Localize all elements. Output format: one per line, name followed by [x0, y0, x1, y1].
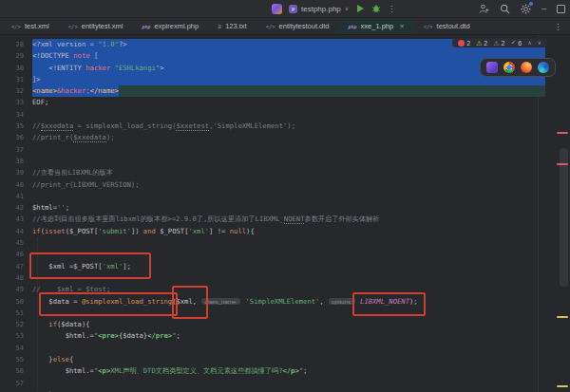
scrollbar-thumb[interactable]	[560, 148, 568, 287]
line-number[interactable]: 52	[0, 319, 32, 330]
code-with-me-icon[interactable]	[479, 4, 489, 14]
code-line[interactable]: 33EOF;	[0, 97, 570, 108]
debug-button[interactable]	[371, 4, 381, 13]
line-number[interactable]: 30	[0, 63, 32, 74]
code-editor[interactable]: 28<?xml version = "1.0"?>29<!DOCTYPE not…	[0, 35, 570, 392]
line-number[interactable]: 38	[0, 156, 32, 167]
line-number[interactable]: 42	[0, 202, 32, 214]
settings-icon[interactable]	[521, 4, 531, 14]
typo-icon: ✓	[510, 39, 516, 47]
code-line[interactable]: 40//print_r(LIBXML_VERSION);	[0, 179, 570, 191]
line-number[interactable]: 44	[0, 226, 32, 237]
builtin-browser-icon[interactable]	[486, 62, 498, 73]
code-line[interactable]: 54	[0, 343, 570, 354]
error-stripe[interactable]	[555, 35, 570, 392]
inspection-widget: 2 ⚠2 ⚠2 ✓6 ∧ ∨	[452, 38, 547, 47]
minimize-button[interactable]: –	[542, 5, 546, 13]
tab-xxe_1.php[interactable]: phpxxe_1.php✕	[339, 18, 414, 34]
next-problem-icon[interactable]: ∨	[538, 40, 542, 46]
code-line[interactable]: 53 $html.="<pre>{$data}</pre>";	[0, 330, 570, 342]
tab-entitytest.xml[interactable]: </>entitytest.xml	[59, 18, 133, 34]
ide-logo-icon[interactable]	[272, 4, 282, 14]
chrome-icon[interactable]	[504, 62, 515, 73]
line-number[interactable]: 54	[0, 343, 32, 354]
code-token: else	[53, 355, 69, 364]
line-number[interactable]: 50	[0, 296, 32, 308]
line-number[interactable]: 48	[0, 272, 32, 284]
tab-expirexml.php[interactable]: phpexpirexml.php	[132, 18, 208, 34]
more-actions-icon[interactable]: ⋮	[388, 5, 395, 13]
weak-warning-count[interactable]: ⚠2	[493, 40, 504, 47]
line-number[interactable]: 53	[0, 330, 32, 342]
code-line[interactable]: 44if(isset($_POST['submit']) and $_POST[…	[0, 226, 570, 237]
line-number[interactable]: 43	[0, 214, 32, 225]
line-number[interactable]: 45	[0, 237, 32, 249]
line-number[interactable]: 40	[0, 179, 32, 191]
code-line[interactable]: 36//print_r($xxedata);	[0, 132, 570, 143]
error-count[interactable]: 2	[458, 40, 470, 47]
line-number[interactable]: 39	[0, 167, 32, 178]
code-token: $xxedata	[41, 121, 74, 131]
run-button[interactable]	[355, 4, 365, 13]
run-config-selector[interactable]: p testphp.php ∨	[289, 5, 349, 13]
open-in-browser-popup	[480, 58, 556, 77]
prev-problem-icon[interactable]: ∧	[527, 40, 531, 46]
line-number[interactable]: 35	[0, 121, 32, 132]
line-number[interactable]: 57	[0, 378, 32, 389]
tab-entitytestout.dtd[interactable]: </>entitytestout.dtd	[256, 18, 339, 34]
code-line[interactable]: 35//$xxedata = simplexml_load_string($xx…	[0, 121, 570, 132]
tab-test.xml[interactable]: </>test.xml	[2, 18, 59, 34]
firefox-icon[interactable]	[521, 62, 532, 73]
code-line[interactable]: 56 $html.="<p>XML声明、DTD文档类型定义、文档元素这些都搞懂了…	[0, 365, 570, 377]
line-number[interactable]: 49	[0, 284, 32, 295]
tab-options-icon[interactable]: ⋮	[546, 18, 570, 34]
code-token: isset	[45, 227, 66, 235]
line-number[interactable]: 33	[0, 97, 32, 108]
line-number[interactable]: 32	[0, 85, 32, 97]
line-text	[32, 144, 570, 156]
line-number[interactable]: 36	[0, 132, 32, 143]
warning-icon: ⚠	[476, 40, 482, 47]
stripe-mark[interactable]	[557, 385, 568, 387]
code-line[interactable]: 45	[0, 237, 570, 249]
close-icon[interactable]: ✕	[399, 23, 404, 30]
line-number[interactable]: 37	[0, 144, 32, 156]
code-line[interactable]: 37	[0, 144, 570, 156]
editor-tabs: </>test.xml</>entitytest.xmlphpexpirexml…	[0, 18, 570, 35]
code-line[interactable]: 39//查看当前LIBXML的版本	[0, 167, 570, 178]
line-number[interactable]: 28	[0, 39, 32, 50]
line-number[interactable]: 41	[0, 191, 32, 202]
tab-123.txt[interactable]: ≡123.txt	[208, 18, 256, 34]
code-line[interactable]: 34	[0, 109, 570, 121]
line-text: //print_r(LIBXML_VERSION);	[32, 179, 570, 191]
edge-icon[interactable]	[538, 62, 549, 73]
code-line[interactable]: 52 if($data){	[0, 319, 570, 330]
code-line[interactable]: 38	[0, 156, 570, 167]
code-line[interactable]: 42$html='';	[0, 202, 570, 214]
line-number[interactable]: 56	[0, 365, 32, 377]
line-text: //$xxedata = simplexml_load_string($xxet…	[32, 121, 570, 132]
warning-count[interactable]: ⚠2	[476, 40, 487, 47]
line-number[interactable]: 47	[0, 261, 32, 272]
stripe-mark[interactable]	[557, 316, 568, 318]
tab-testout.dtd[interactable]: </>testout.dtd	[414, 18, 480, 34]
maximize-button[interactable]	[557, 5, 565, 13]
line-number[interactable]: 55	[0, 354, 32, 365]
code-line[interactable]: 43//考虑到目前很多版本里面libxml的版本都>=2.9.0了,所以这里添加…	[0, 214, 570, 225]
line-number[interactable]: 46	[0, 249, 32, 260]
line-number[interactable]: 31	[0, 74, 32, 85]
code-line[interactable]: 41	[0, 191, 570, 202]
code-line[interactable]: 32<name>&hacker;</name>	[0, 85, 570, 97]
code-token: 参数开启了外部实体解析	[304, 215, 379, 223]
code-token: null	[230, 227, 246, 235]
typo-count[interactable]: ✓6	[510, 39, 522, 47]
search-icon[interactable]	[500, 4, 510, 14]
code-line[interactable]: 57	[0, 378, 570, 389]
line-number[interactable]: 29	[0, 50, 32, 62]
line-number[interactable]: 51	[0, 308, 32, 319]
line-number[interactable]: 34	[0, 109, 32, 121]
code-token: <!DOCTYPE	[32, 51, 73, 60]
code-line[interactable]: 55 }else{	[0, 354, 570, 365]
stripe-mark[interactable]	[557, 163, 568, 165]
stripe-mark[interactable]	[557, 132, 568, 134]
